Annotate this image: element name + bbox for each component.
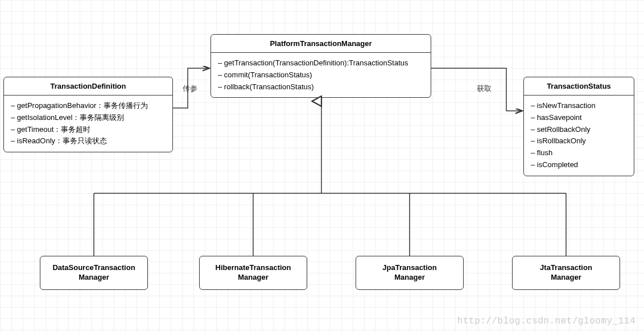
box-transaction-status: TransactionStatus isNewTransaction hasSa… [523, 77, 634, 176]
box-hibernate-tm: HibernateTransaction Manager [199, 256, 307, 290]
ts-item: hasSavepoint [531, 112, 627, 124]
ts-item: isNewTransaction [531, 100, 627, 112]
td-item: isReadOnly：事务只读状态 [11, 135, 166, 147]
impl1-line2: Manager [46, 273, 142, 283]
ptm-item: getTransaction(TransactionDefinition):Tr… [218, 57, 424, 69]
impl3-line1: JpaTransaction [362, 263, 457, 273]
td-item: getPropagationBehavior：事务传播行为 [11, 100, 166, 112]
td-title: TransactionDefinition [4, 77, 172, 96]
ptm-item: rollback(TransactionStatus) [218, 81, 424, 93]
td-item: getTimeout：事务超时 [11, 124, 166, 136]
ptm-item: commit(TransactionStatus) [218, 69, 424, 81]
impl3-line2: Manager [362, 273, 457, 283]
ts-item: setRollbackOnly [531, 124, 627, 136]
impl4-line1: JtaTransaction [518, 263, 614, 273]
ts-item: isRollbackOnly [531, 135, 627, 147]
impl4-line2: Manager [518, 273, 614, 283]
box-jpa-tm: JpaTransaction Manager [356, 256, 464, 290]
box-transaction-definition: TransactionDefinition getPropagationBeha… [3, 77, 173, 152]
ts-item: isCompleted [531, 159, 627, 171]
td-item: getIsolationLevel：事务隔离级别 [11, 112, 166, 124]
ts-body: isNewTransaction hasSavepoint setRollbac… [524, 96, 634, 176]
impl1-line1: DataSourceTransaction [46, 263, 142, 273]
impl2-line2: Manager [205, 273, 301, 283]
ptm-body: getTransaction(TransactionDefinition):Tr… [211, 53, 431, 97]
box-datasource-tm: DataSourceTransaction Manager [40, 256, 148, 290]
impl2-line1: HibernateTransaction [205, 263, 301, 273]
edge-label-left: 传参 [181, 83, 199, 94]
box-platform-transaction-manager: PlatformTransactionManager getTransactio… [210, 34, 431, 98]
td-body: getPropagationBehavior：事务传播行为 getIsolati… [4, 96, 172, 152]
ts-item: flush [531, 147, 627, 159]
ptm-title: PlatformTransactionManager [211, 35, 431, 53]
ts-title: TransactionStatus [524, 77, 634, 96]
watermark: http://blog.csdn.net/gloomy_114 [457, 316, 635, 326]
edge-label-right: 获取 [476, 83, 493, 94]
box-jta-tm: JtaTransaction Manager [512, 256, 620, 290]
